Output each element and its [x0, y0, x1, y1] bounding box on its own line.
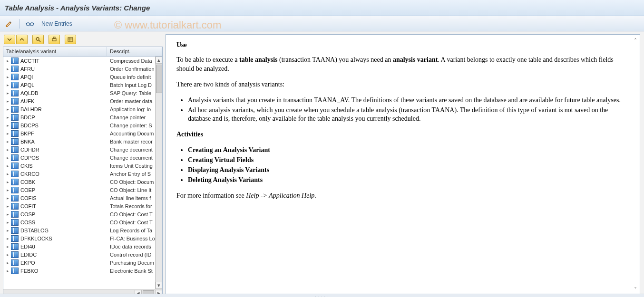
tree-node-name: EDIDC: [20, 252, 37, 258]
expand-caret-icon[interactable]: ▸: [5, 220, 10, 225]
tree-row[interactable]: ▸COSPCO Object: Cost T: [3, 210, 162, 218]
tree-row[interactable]: ▸ACCTITCompressed Data: [3, 57, 162, 65]
tree-node-name: DFKKLOCKS: [20, 236, 52, 241]
print-button[interactable]: [49, 35, 60, 44]
tree-node-name: AUFK: [20, 98, 34, 104]
tree-row[interactable]: ▸CDHDRChange document: [3, 145, 162, 153]
tree-container: Table/analysis variant Descript. ▸ACCTIT…: [3, 47, 163, 297]
tree-node-name: COSS: [20, 220, 35, 225]
pencil-icon: [5, 20, 13, 28]
tree-vertical-scrollbar[interactable]: ▴ ▾: [155, 57, 162, 289]
expand-caret-icon[interactable]: ▸: [5, 228, 10, 233]
expand-caret-icon[interactable]: ▸: [5, 131, 10, 136]
edit-toggle-button[interactable]: [3, 19, 15, 29]
find-button[interactable]: [32, 35, 44, 44]
expand-caret-icon[interactable]: ▸: [5, 91, 10, 96]
tree-row[interactable]: ▸APQIQueue info definit: [3, 73, 162, 81]
search-icon: [35, 37, 41, 42]
tree-row[interactable]: ▸COFITTotals Records for: [3, 202, 162, 210]
tree-row[interactable]: ▸EDI40IDoc data records: [3, 242, 162, 250]
expand-caret-icon[interactable]: ▸: [5, 172, 10, 176]
expand-caret-icon[interactable]: ▸: [5, 75, 10, 79]
collapse-all-button[interactable]: [16, 35, 28, 44]
table-icon: [11, 90, 19, 96]
expand-all-button[interactable]: [4, 35, 15, 44]
tree-header-name[interactable]: Table/analysis variant: [3, 47, 107, 56]
help-vertical-scrollbar[interactable]: ˄ ˅: [632, 38, 639, 294]
expand-caret-icon[interactable]: ▸: [5, 268, 10, 273]
new-entries-button[interactable]: New Entries: [39, 20, 75, 27]
tree-row[interactable]: ▸COEPCO Object: Line It: [3, 186, 162, 194]
expand-caret-icon[interactable]: ▸: [5, 83, 10, 87]
tree-header-desc[interactable]: Descript.: [107, 47, 162, 56]
tree-row[interactable]: ▸AFRUOrder Confirmation: [3, 65, 162, 73]
help-scroll-up[interactable]: ˄: [632, 38, 639, 45]
tree-row[interactable]: ▸DBTABLOGLog Records of Ta: [3, 226, 162, 234]
expand-caret-icon[interactable]: ▸: [5, 163, 10, 168]
tree-row[interactable]: ▸BDCPSChange pointer: S: [3, 121, 162, 129]
tree-row[interactable]: ▸EDIDCControl record (ID: [3, 250, 162, 259]
tree-row[interactable]: ▸CDPOSChange document: [3, 153, 162, 162]
expand-caret-icon[interactable]: ▸: [5, 155, 10, 160]
table-icon: [11, 154, 19, 161]
tree-row[interactable]: ▸BDCPChange pointer: [3, 113, 162, 121]
expand-caret-icon[interactable]: ▸: [5, 260, 10, 265]
table-icon: [11, 187, 19, 193]
expand-caret-icon[interactable]: ▸: [5, 147, 10, 152]
expand-caret-icon[interactable]: ▸: [5, 58, 10, 63]
toolbar-separator: [19, 19, 20, 29]
expand-caret-icon[interactable]: ▸: [5, 204, 10, 209]
glasses-button[interactable]: [23, 19, 37, 29]
tree-node-name: APQL: [20, 82, 34, 88]
table-icon: [11, 138, 19, 145]
expand-caret-icon[interactable]: ▸: [5, 244, 10, 249]
expand-caret-icon[interactable]: ▸: [5, 212, 10, 217]
tree-row[interactable]: ▸AQLDBSAP Query: Table: [3, 89, 162, 97]
tree-body[interactable]: ▸ACCTITCompressed Data▸AFRUOrder Confirm…: [3, 57, 162, 289]
tree-node-desc: CO Object: Docum: [107, 179, 162, 185]
tree-row[interactable]: ▸COFISActual line items f: [3, 194, 162, 202]
help-heading-use: Use: [176, 41, 629, 49]
tree-row[interactable]: ▸BNKABank master recor: [3, 137, 162, 145]
expand-caret-icon[interactable]: ▸: [5, 99, 10, 104]
tree-node-name: COEP: [20, 187, 35, 193]
expand-caret-icon[interactable]: ▸: [5, 115, 10, 120]
tree-row[interactable]: ▸BKPFAccounting Docum: [3, 129, 162, 137]
scroll-up-arrow[interactable]: ▴: [156, 57, 162, 64]
tree-row[interactable]: ▸AUFKOrder master data: [3, 97, 162, 105]
window-title: Table Analysis - Analysis Variants: Chan…: [5, 4, 150, 12]
expand-caret-icon[interactable]: ▸: [5, 67, 10, 71]
tree-node-desc: Electronic Bank St: [107, 268, 162, 274]
tree-row[interactable]: ▸CKISItems Unit Costing: [3, 162, 162, 170]
expand-caret-icon[interactable]: ▸: [5, 107, 10, 112]
expand-caret-icon[interactable]: ▸: [5, 188, 10, 192]
tree-row[interactable]: ▸BALHDRApplication log: lo: [3, 105, 162, 113]
tree-row[interactable]: ▸CKRCOAnchor Entry of S: [3, 170, 162, 178]
expand-caret-icon[interactable]: ▸: [5, 123, 10, 128]
table-icon: [11, 57, 19, 64]
table-icon: [11, 251, 19, 258]
horizontal-splitter[interactable]: . . . . .: [0, 294, 644, 297]
tree-node-desc: Queue info definit: [107, 74, 162, 80]
tree-row[interactable]: ▸COSSCO Object: Cost T: [3, 218, 162, 226]
tree-node-name: COFIT: [20, 203, 36, 209]
tree-row[interactable]: ▸EKPOPurchasing Docum: [3, 259, 162, 267]
expand-caret-icon[interactable]: ▸: [5, 236, 10, 241]
expand-caret-icon[interactable]: ▸: [5, 139, 10, 144]
expand-caret-icon[interactable]: ▸: [5, 252, 10, 257]
scroll-thumb[interactable]: [156, 65, 162, 93]
expand-caret-icon[interactable]: ▸: [5, 196, 10, 201]
scroll-down-arrow[interactable]: ▾: [156, 282, 162, 289]
layout-button[interactable]: [65, 35, 76, 44]
expand-caret-icon[interactable]: ▸: [5, 180, 10, 184]
table-icon: [11, 98, 19, 105]
help-scroll-down[interactable]: ˅: [632, 287, 639, 294]
svg-rect-6: [68, 38, 73, 41]
table-icon: [11, 122, 19, 129]
tree-row[interactable]: ▸COBKCO Object: Docum: [3, 178, 162, 186]
tree-row[interactable]: ▸FEBKOElectronic Bank St: [3, 267, 162, 275]
tree-row[interactable]: ▸APQLBatch Input Log D: [3, 81, 162, 89]
table-icon: [11, 146, 19, 153]
tree-row[interactable]: ▸DFKKLOCKSFI-CA: Business Lo: [3, 234, 162, 242]
svg-line-3: [39, 40, 41, 42]
